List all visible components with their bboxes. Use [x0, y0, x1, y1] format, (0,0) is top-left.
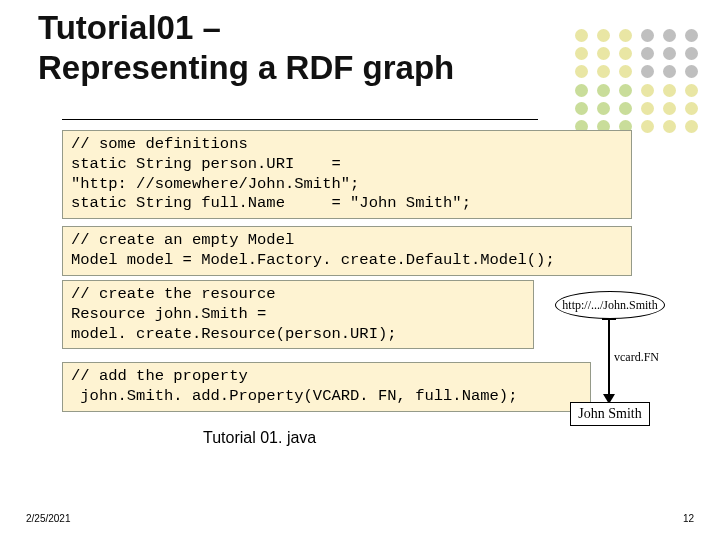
slide-title: Tutorial01 – Representing a RDF graph: [38, 8, 558, 89]
page-number: 12: [683, 513, 694, 524]
rdf-subject-node: http://.../John.Smith: [555, 291, 665, 319]
slide: Tutorial01 – Representing a RDF graph //…: [0, 0, 720, 540]
rdf-predicate-label: vcard.FN: [614, 350, 659, 365]
rdf-object-node: John Smith: [570, 402, 650, 426]
code-block-resource: // create the resource Resource john.Smi…: [62, 280, 534, 349]
code-block-model: // create an empty Model Model model = M…: [62, 226, 632, 276]
code-block-property: // add the property john.Smith. add.Prop…: [62, 362, 591, 412]
arrow-icon: [608, 318, 610, 396]
title-line-2: Representing a RDF graph: [38, 49, 454, 86]
footer-date: 2/25/2021: [26, 513, 71, 524]
code-block-definitions: // some definitions static String person…: [62, 130, 632, 219]
file-name-label: Tutorial 01. java: [203, 429, 316, 447]
title-underline-icon: [62, 119, 538, 120]
title-line-1: Tutorial01 –: [38, 9, 221, 46]
dot-grid-icon: [570, 26, 702, 136]
